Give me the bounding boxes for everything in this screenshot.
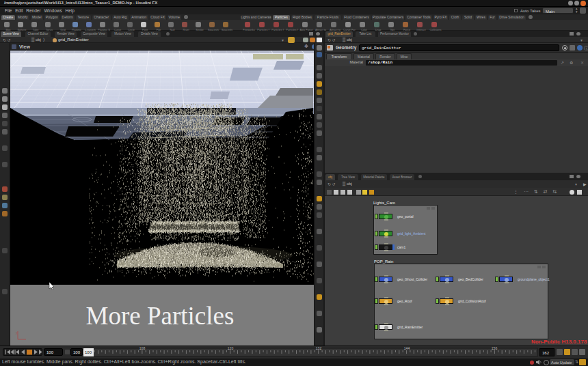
svg-text:156: 156 bbox=[492, 346, 498, 350]
svg-text:100: 100 bbox=[85, 350, 92, 354]
svg-text:108: 108 bbox=[139, 346, 146, 350]
svg-text:132: 132 bbox=[316, 346, 322, 350]
svg-text:120: 120 bbox=[228, 346, 234, 350]
svg-text:144: 144 bbox=[404, 346, 410, 350]
